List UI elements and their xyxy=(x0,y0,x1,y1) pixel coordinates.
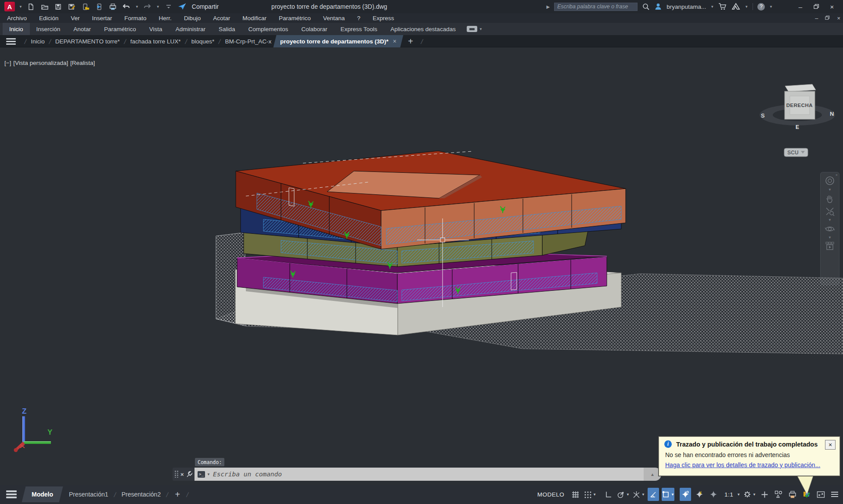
notification-close-button[interactable]: × xyxy=(825,440,836,450)
scu-menu-button[interactable]: SCU xyxy=(784,148,808,157)
viewport-visual-style-control[interactable]: [Realista] xyxy=(70,60,95,66)
plot-button[interactable] xyxy=(108,2,118,11)
menu-formato[interactable]: Formato xyxy=(124,15,146,21)
menu-herramientas[interactable]: Herr. xyxy=(159,15,172,21)
redo-caret-icon[interactable]: ▼ xyxy=(156,5,160,9)
menu-ver[interactable]: Ver xyxy=(71,15,79,21)
share-button[interactable] xyxy=(177,2,187,11)
dynamic-input-toggle[interactable] xyxy=(694,488,705,501)
pan-hand-icon[interactable] xyxy=(825,193,835,204)
redo-button[interactable] xyxy=(143,2,152,11)
help-caret-icon[interactable]: ▼ xyxy=(769,5,773,9)
file-tab-active-proyecto-torre[interactable]: proyecto torre de departamentos (3D)* × xyxy=(274,35,403,47)
ribbon-tab-express-tools[interactable]: Express Tools xyxy=(334,23,384,35)
save-to-web-mobile-button[interactable] xyxy=(94,2,104,11)
customize-qat-button[interactable] xyxy=(164,2,173,11)
isolate-objects-button[interactable] xyxy=(773,488,784,501)
ribbon-tab-insercion[interactable]: Inserción xyxy=(30,23,67,35)
ribbon-tab-salida[interactable]: Salida xyxy=(212,23,242,35)
save-button[interactable] xyxy=(54,2,63,11)
drag-handle-icon[interactable] xyxy=(175,471,178,478)
orbit-caret-icon[interactable]: ▼ xyxy=(828,236,832,239)
undo-button[interactable] xyxy=(122,2,131,11)
file-tab-fachada-torre-lux[interactable]: fachada torre LUX* xyxy=(130,38,181,45)
ribbon-tab-parametrico[interactable]: Paramétrico xyxy=(97,23,143,35)
menu-acotar[interactable]: Acotar xyxy=(213,15,230,21)
menu-dibujo[interactable]: Dibujo xyxy=(184,15,201,21)
annotation-scale-button[interactable]: 1:1▼ xyxy=(722,488,740,501)
file-tab-departamento-torre[interactable]: DEPARTAMENTO torre* xyxy=(55,38,120,45)
menu-archivo[interactable]: Archivo xyxy=(7,15,27,21)
ribbon-tab-complementos[interactable]: Complementos xyxy=(241,23,295,35)
window-minimize-button[interactable]: – xyxy=(795,3,806,11)
polar-tracking-toggle[interactable]: ▼ xyxy=(616,488,630,501)
ortho-mode-toggle[interactable] xyxy=(602,488,614,501)
recent-commands-caret-icon[interactable]: ▼ xyxy=(207,472,210,476)
signed-in-user[interactable]: bryanputama... xyxy=(666,4,706,10)
viewport-minimize-control[interactable]: [−] xyxy=(4,60,11,66)
drawing-minimize-button[interactable]: – xyxy=(815,15,818,21)
navigation-wheel-icon[interactable] xyxy=(824,175,836,186)
object-snap-toggle[interactable]: ▼ xyxy=(662,488,674,501)
ribbon-tab-inicio[interactable]: Inicio xyxy=(3,23,30,35)
osnap-tracking-toggle[interactable] xyxy=(680,488,691,501)
menu-ventana[interactable]: Ventana xyxy=(323,15,345,21)
ribbon-tab-anotar[interactable]: Anotar xyxy=(67,23,97,35)
osnap-3d-toggle[interactable] xyxy=(708,488,719,501)
customization-button[interactable] xyxy=(829,488,840,501)
user-avatar-icon[interactable] xyxy=(654,3,662,11)
undo-caret-icon[interactable]: ▼ xyxy=(135,5,139,9)
grid-display-toggle[interactable] xyxy=(569,488,581,501)
ribbon-display-toggle[interactable]: ▼ xyxy=(467,23,483,35)
window-restore-button[interactable] xyxy=(811,3,822,11)
autodesk-menu-caret-icon[interactable]: ▼ xyxy=(745,5,748,9)
autodesk-logo-icon[interactable] xyxy=(731,3,740,11)
user-menu-caret-icon[interactable]: ▼ xyxy=(710,5,714,9)
menu-edicion[interactable]: Edición xyxy=(39,15,58,21)
autocad-app-icon[interactable]: A xyxy=(4,2,15,11)
zoom-extents-icon[interactable] xyxy=(825,206,835,217)
file-tab-close-icon[interactable]: × xyxy=(393,38,396,45)
menu-parametrico[interactable]: Paramétrico xyxy=(279,15,311,21)
help-button[interactable]: ? xyxy=(757,3,765,11)
layout-tab-modelo[interactable]: Modelo xyxy=(22,486,63,502)
search-icon[interactable] xyxy=(642,3,650,11)
drawing-close-button[interactable]: × xyxy=(837,15,840,21)
new-file-button[interactable] xyxy=(26,2,36,11)
ribbon-tab-administrar[interactable]: Administrar xyxy=(169,23,212,35)
zoom-caret-icon[interactable]: ▼ xyxy=(828,219,832,222)
search-input[interactable] xyxy=(554,3,638,11)
menu-modificar[interactable]: Modificar xyxy=(242,15,267,21)
app-store-cart-icon[interactable] xyxy=(718,3,727,11)
drawing-restore-button[interactable] xyxy=(825,15,830,21)
layout-tab-presentacion2[interactable]: Presentación2 xyxy=(120,491,163,498)
open-file-button[interactable] xyxy=(40,2,50,11)
file-tab-inicio[interactable]: Inicio xyxy=(31,38,45,45)
layout-menu-icon[interactable] xyxy=(6,490,17,498)
command-bar-grip[interactable]: × xyxy=(173,468,195,481)
menu-ayuda[interactable]: ? xyxy=(357,15,360,21)
new-layout-button[interactable]: + xyxy=(175,490,180,500)
viewport-view-control[interactable]: [Vista personalizada] xyxy=(13,60,68,66)
command-input[interactable] xyxy=(213,471,644,478)
notification-details-link[interactable]: Haga clic para ver los detalles de traza… xyxy=(665,461,820,468)
app-menu-caret-icon[interactable]: ▼ xyxy=(19,5,22,9)
model-viewport[interactable]: [−] [Vista personalizada] [Realista] xyxy=(0,47,843,485)
navbar-close-icon[interactable]: × xyxy=(836,173,838,177)
isometric-drafting-toggle[interactable]: ▼ xyxy=(632,488,645,501)
share-label[interactable]: Compartir xyxy=(192,3,219,10)
new-drawing-tab-button[interactable]: + xyxy=(408,36,413,46)
annotation-monitor-button[interactable] xyxy=(759,488,770,501)
file-tabs-menu-icon[interactable] xyxy=(6,38,16,45)
navigation-wheel-caret-icon[interactable]: ▼ xyxy=(828,189,832,191)
model-space-toggle[interactable]: MODELO xyxy=(535,488,567,501)
showmotion-icon[interactable] xyxy=(825,241,835,251)
workspace-switching-button[interactable]: ▼ xyxy=(743,488,756,501)
menu-express[interactable]: Express xyxy=(373,15,394,21)
file-tab-bm-crp-prt[interactable]: BM-Crp-Prt_AC-x xyxy=(225,38,272,45)
command-wrench-icon[interactable] xyxy=(186,471,193,478)
orbit-icon[interactable] xyxy=(825,224,835,234)
ribbon-tab-vista[interactable]: Vista xyxy=(143,23,169,35)
autotrack-toggle[interactable] xyxy=(648,488,659,501)
save-as-button[interactable] xyxy=(67,2,77,11)
